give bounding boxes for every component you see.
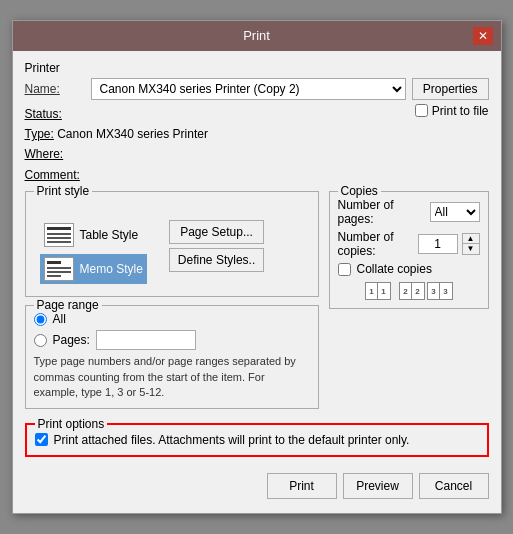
style-list: Table Style Memo Style	[32, 214, 155, 290]
printer-group-label: Printer	[25, 61, 489, 75]
pages-input[interactable]	[96, 330, 196, 350]
icon-line	[47, 261, 61, 264]
dialog-body: Printer Name: Canon MX340 series Printer…	[13, 51, 501, 514]
pages-radio-row: Pages:	[34, 330, 310, 350]
type-value: Canon MX340 series Printer	[57, 127, 208, 141]
status-label: Status:	[25, 107, 62, 121]
print-style-title: Print style	[34, 184, 93, 198]
num-pages-select-wrapper: All	[430, 202, 480, 222]
num-pages-select[interactable]: All	[430, 202, 480, 222]
right-column: Copies Number of pages: All Number of co…	[329, 191, 489, 415]
close-button[interactable]: ✕	[473, 27, 493, 45]
page-setup-button[interactable]: Page Setup...	[169, 220, 264, 244]
collate-page: 3	[439, 282, 453, 300]
printer-section: Printer Name: Canon MX340 series Printer…	[25, 61, 489, 186]
name-label: Name:	[25, 82, 85, 96]
print-attached-label: Print attached files. Attachments will p…	[54, 433, 410, 447]
collate-group-1: 1 1	[365, 282, 391, 300]
copies-title: Copies	[338, 184, 381, 198]
copies-box: Copies Number of pages: All Number of co…	[329, 191, 489, 309]
collate-checkbox[interactable]	[338, 263, 351, 276]
left-column: Print style Table Style	[25, 191, 319, 415]
print-options-checkbox-row: Print attached files. Attachments will p…	[35, 433, 479, 447]
properties-button[interactable]: Properties	[412, 78, 489, 100]
printer-name-select-wrapper: Canon MX340 series Printer (Copy 2)	[91, 78, 406, 100]
pages-radio[interactable]	[34, 334, 47, 347]
icon-line	[47, 241, 71, 243]
num-pages-label: Number of pages:	[338, 198, 426, 226]
print-to-file-checkbox[interactable]	[415, 104, 428, 117]
num-copies-input[interactable]	[418, 234, 458, 254]
print-attached-checkbox[interactable]	[35, 433, 48, 446]
icon-line	[47, 275, 61, 277]
memo-style-label: Memo Style	[80, 262, 143, 276]
collate-group-2: 2 2	[399, 282, 425, 300]
page-range-box: Page range All Pages: Type page numbers …	[25, 305, 319, 409]
collate-group-3: 3 3	[427, 282, 453, 300]
print-button[interactable]: Print	[267, 473, 337, 499]
collate-label: Collate copies	[357, 262, 432, 276]
bottom-bar: Print Preview Cancel	[25, 467, 489, 503]
collate-icons: 1 1 2 2 3 3	[338, 282, 480, 300]
dialog-title: Print	[41, 28, 473, 43]
print-to-file-row: Print to file	[415, 104, 489, 118]
preview-button[interactable]: Preview	[343, 473, 413, 499]
print-options-box: Print options Print attached files. Atta…	[25, 423, 489, 457]
printer-name-row: Name: Canon MX340 series Printer (Copy 2…	[25, 78, 489, 100]
style-item-memo[interactable]: Memo Style	[40, 254, 147, 284]
num-copies-label: Number of copies:	[338, 230, 414, 258]
icon-line	[47, 267, 71, 269]
all-radio-row: All	[34, 312, 310, 326]
pages-label: Pages:	[53, 333, 90, 347]
copies-increment-button[interactable]: ▲	[463, 234, 479, 244]
table-style-icon	[44, 223, 74, 247]
where-label: Where:	[25, 147, 64, 161]
titlebar: Print ✕	[13, 21, 501, 51]
num-pages-row: Number of pages: All	[338, 198, 480, 226]
collate-page: 2	[411, 282, 425, 300]
icon-line	[47, 271, 71, 273]
cancel-button[interactable]: Cancel	[419, 473, 489, 499]
memo-style-icon	[44, 257, 74, 281]
print-dialog: Print ✕ Printer Name: Canon MX340 series…	[12, 20, 502, 515]
page-range-title: Page range	[34, 298, 102, 312]
icon-line	[47, 233, 71, 235]
print-to-file-label: Print to file	[432, 104, 489, 118]
style-buttons: Page Setup... Define Styles..	[161, 214, 272, 290]
print-options-title: Print options	[35, 417, 108, 431]
page-range-hint: Type page numbers and/or page ranges sep…	[34, 354, 310, 400]
print-style-box: Print style Table Style	[25, 191, 319, 297]
printer-name-select[interactable]: Canon MX340 series Printer (Copy 2)	[91, 78, 406, 100]
icon-line	[47, 237, 71, 239]
collate-page: 1	[377, 282, 391, 300]
printer-info: Status: Type: Canon MX340 series Printer…	[25, 104, 208, 186]
comment-label: Comment:	[25, 168, 80, 182]
copies-spinner: ▲ ▼	[462, 233, 480, 255]
copies-decrement-button[interactable]: ▼	[463, 244, 479, 254]
main-columns: Print style Table Style	[25, 191, 489, 415]
type-label: Type:	[25, 127, 54, 141]
collate-row: Collate copies	[338, 262, 480, 276]
num-copies-row: Number of copies: ▲ ▼	[338, 230, 480, 258]
all-label: All	[53, 312, 66, 326]
icon-line	[47, 227, 71, 230]
table-style-label: Table Style	[80, 228, 139, 242]
style-item-table[interactable]: Table Style	[40, 220, 147, 250]
all-radio[interactable]	[34, 313, 47, 326]
define-styles-button[interactable]: Define Styles..	[169, 248, 264, 272]
